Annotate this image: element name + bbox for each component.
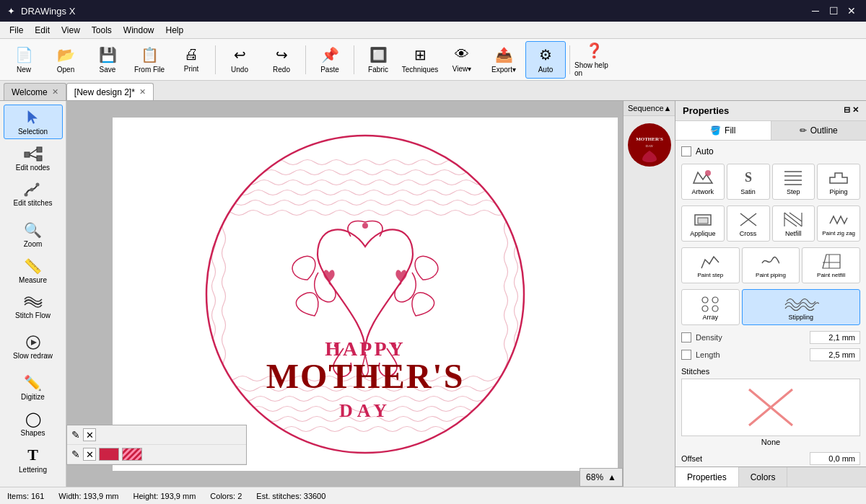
- toolbar-open[interactable]: 📂 Open: [45, 41, 86, 79]
- outline-tab[interactable]: ✏ Outline: [771, 121, 867, 140]
- tab-colors[interactable]: Colors: [739, 467, 788, 487]
- length-value[interactable]: 2,5 mm: [810, 348, 860, 361]
- canvas-area[interactable]: HAPPY MOTHER'S DAY Sequence ▲ M: [66, 101, 675, 487]
- tool-edit-stitches[interactable]: Edit stitches: [4, 177, 63, 211]
- lettering-icon: T: [27, 446, 38, 464]
- fill-icon: 🪣: [710, 125, 721, 136]
- stitch-paint-netfill[interactable]: Paint netfill: [802, 247, 860, 283]
- tab-welcome-close[interactable]: ✕: [52, 87, 58, 97]
- tool-shapes[interactable]: ◯ Shapes: [4, 406, 63, 441]
- tab-new-design[interactable]: [New design 2]* ✕: [66, 83, 154, 100]
- toolbar-save[interactable]: 💾 Save: [87, 41, 128, 79]
- stitch-satin[interactable]: S Satin: [727, 164, 770, 200]
- from-file-icon: 📋: [141, 46, 159, 63]
- svg-line-35: [790, 213, 802, 221]
- measure-icon: 📏: [24, 257, 42, 275]
- tool-edit-stitches-label: Edit stitches: [14, 199, 53, 207]
- density-value[interactable]: 2,1 mm: [810, 331, 860, 344]
- tab-new-design-label: [New design 2]*: [74, 87, 135, 97]
- menu-tools[interactable]: Tools: [86, 24, 118, 37]
- zoom-up-icon[interactable]: ▲: [608, 472, 616, 482]
- cm-x-1[interactable]: ✕: [83, 428, 96, 441]
- tab-new-design-close[interactable]: ✕: [139, 87, 146, 97]
- sequence-item[interactable]: MOTHER'S DAY: [628, 123, 671, 167]
- print-label: Print: [184, 65, 199, 73]
- menu-help[interactable]: Help: [160, 24, 190, 37]
- stitch-cross[interactable]: Cross: [727, 205, 770, 242]
- redo-icon: ↪: [276, 46, 288, 63]
- tab-properties[interactable]: Properties: [675, 467, 739, 487]
- toolbar-new[interactable]: 📄 New: [4, 41, 44, 79]
- toolbar-fabric[interactable]: 🔲 Fabric: [358, 41, 398, 79]
- tool-selection[interactable]: Selection: [4, 105, 63, 139]
- menu-file[interactable]: File: [4, 24, 29, 37]
- tab-welcome[interactable]: Welcome ✕: [4, 83, 66, 100]
- sequence-header: Sequence ▲: [624, 101, 675, 116]
- svg-point-19: [334, 343, 338, 348]
- sequence-expand-icon[interactable]: ▲: [664, 104, 672, 112]
- svg-point-7: [30, 187, 33, 191]
- menu-window[interactable]: Window: [118, 24, 160, 37]
- menu-edit[interactable]: Edit: [29, 24, 56, 37]
- close-button[interactable]: ✕: [844, 4, 859, 18]
- digitize-icon: ✏️: [24, 374, 42, 392]
- tool-stitch-flow[interactable]: Stitch Flow: [4, 289, 63, 324]
- toolbar-techniques[interactable]: ⊞ Techniques: [400, 41, 440, 79]
- density-checkbox[interactable]: [681, 332, 691, 342]
- tool-slow-redraw[interactable]: Slow redraw: [4, 330, 63, 364]
- auto-label: Auto: [696, 146, 714, 156]
- cm-row-2: ✎ ✕: [67, 445, 246, 464]
- toolbar-help[interactable]: ❓ Show help on: [574, 41, 614, 79]
- offset-value[interactable]: 0,0 mm: [810, 452, 860, 465]
- paint-zig-zag-icon: [828, 211, 849, 229]
- svg-point-15: [362, 223, 368, 229]
- paste-icon: 📌: [321, 46, 339, 63]
- stitch-piping[interactable]: Piping: [817, 164, 860, 200]
- properties-title: Properties: [683, 105, 729, 116]
- stitch-applique[interactable]: Applique: [681, 205, 725, 242]
- tool-measure[interactable]: 📏 Measure: [4, 253, 63, 288]
- zoom-indicator: 68% ▲: [579, 468, 623, 487]
- minimize-button[interactable]: ─: [808, 4, 823, 18]
- stitch-array[interactable]: Array: [681, 289, 740, 325]
- toolbar-export[interactable]: 📤 Export▾: [484, 41, 524, 79]
- fill-tab[interactable]: 🪣 Fill: [675, 121, 771, 140]
- stitch-netfill[interactable]: Netfill: [772, 205, 815, 242]
- tool-lettering[interactable]: T Lettering: [4, 442, 63, 477]
- svg-rect-2: [37, 147, 42, 152]
- tool-edit-nodes[interactable]: Edit nodes: [4, 141, 63, 175]
- tool-arrays[interactable]: ♥ ♥ Arrays: [4, 478, 63, 487]
- menu-view[interactable]: View: [56, 24, 86, 37]
- tool-digitize[interactable]: ✏️ Digitize: [4, 370, 63, 404]
- tool-zoom[interactable]: 🔍 Zoom: [4, 217, 63, 252]
- tab-welcome-label: Welcome: [12, 87, 48, 97]
- stitch-paint-piping[interactable]: Paint piping: [742, 247, 800, 283]
- cm-thread[interactable]: [122, 448, 142, 461]
- stitch-paint-zig-zag[interactable]: Paint zig zag: [817, 205, 860, 242]
- stitch-paint-step[interactable]: Paint step: [681, 247, 740, 283]
- new-icon: 📄: [15, 46, 33, 63]
- toolbar-print[interactable]: 🖨 Print: [171, 41, 211, 79]
- toolbar-auto[interactable]: ⚙ Auto: [525, 41, 566, 79]
- stitch-step[interactable]: Step: [772, 164, 815, 200]
- cm-pencil-icon-1[interactable]: ✎: [71, 429, 80, 441]
- satin-icon: S: [738, 169, 759, 187]
- maximize-button[interactable]: ☐: [826, 4, 841, 18]
- toolbar-undo[interactable]: ↩ Undo: [219, 41, 260, 79]
- stitch-stippling[interactable]: Stippling: [742, 289, 860, 325]
- app-icon: ✦: [7, 6, 15, 17]
- toolbar-from-file[interactable]: 📋 From File: [129, 41, 170, 79]
- auto-icon: ⚙: [539, 46, 552, 63]
- cm-pencil-icon-2[interactable]: ✎: [71, 448, 80, 460]
- svg-line-36: [784, 218, 797, 226]
- toolbar-view[interactable]: 👁 View▾: [442, 41, 482, 79]
- toolbar-paste[interactable]: 📌 Paste: [310, 41, 350, 79]
- auto-checkbox[interactable]: [681, 146, 691, 156]
- toolbar-redo[interactable]: ↪ Redo: [261, 41, 302, 79]
- cm-swatch[interactable]: [99, 448, 119, 461]
- length-checkbox[interactable]: [681, 350, 691, 360]
- cm-x-2[interactable]: ✕: [83, 448, 96, 461]
- panel-controls[interactable]: ⊟ ✕: [844, 105, 859, 115]
- stitch-artwork[interactable]: Artwork: [681, 164, 725, 200]
- toolbar: 📄 New 📂 Open 💾 Save 📋 From File 🖨 Print …: [0, 39, 866, 81]
